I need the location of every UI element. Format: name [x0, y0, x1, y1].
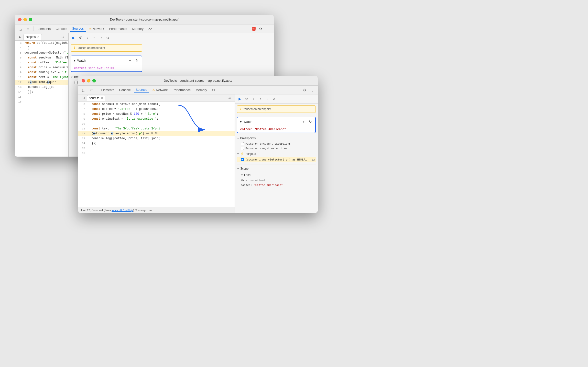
inspect-icon-2[interactable]: ⬚: [80, 87, 87, 93]
settings-icon-1[interactable]: ⚙: [257, 25, 264, 32]
breakpoint-text-2: Paused on breakpoint: [243, 107, 271, 111]
error-close-icon: ✕: [252, 27, 254, 30]
code-line-14: 14 });: [15, 90, 68, 94]
scope-coffee-key: coffee:: [241, 184, 254, 187]
more-tabs-2[interactable]: >>: [210, 87, 218, 93]
tab-memory-2[interactable]: Memory: [194, 87, 209, 93]
code-line-16: 16: [15, 99, 68, 104]
step-out-btn-1[interactable]: ↑: [91, 35, 97, 41]
breakpoints-panel-2: ▼ Breakpoints Pause on uncaught exceptio…: [237, 135, 316, 162]
tab-network-2[interactable]: ⚠ Network: [150, 87, 170, 93]
code-line-2-9: 9 const endingText = 'It is expensive.';: [78, 116, 235, 121]
step-over-btn-2[interactable]: ↺: [244, 96, 250, 102]
source-tab-script-1[interactable]: script.ts ✕: [23, 34, 42, 40]
code-line-3: 3 return coffeeList[magicNum % c: [15, 41, 68, 46]
breakpoints-title-2: Breakpoints: [240, 137, 256, 140]
refresh-watch-btn-1[interactable]: ↻: [134, 57, 140, 63]
minimize-button-1[interactable]: [23, 18, 27, 21]
code-area-2: 6 const seedNum = Math.floor(Math.random…: [78, 102, 235, 207]
tab-performance-1[interactable]: Performance: [107, 26, 129, 32]
minimize-button-2[interactable]: [87, 79, 90, 82]
code-line-2-13: 13 console.log([coffee, price, text].joi…: [78, 136, 235, 141]
more-options-icon-2[interactable]: ⋮: [309, 87, 316, 93]
tab-sources-2[interactable]: Sources: [134, 87, 149, 93]
settings-icon-2[interactable]: ⚙: [301, 87, 308, 93]
watch-header-actions-1: + ↻: [127, 57, 140, 63]
deactivate-btn-2[interactable]: ⊘: [271, 96, 277, 102]
scope-title-2: Scope: [240, 167, 249, 170]
bp-uncaught-checkbox-1[interactable]: [75, 81, 78, 84]
code-line-15: 15: [15, 94, 68, 99]
resume-btn-2[interactable]: ▶: [237, 96, 243, 102]
tab-elements-1[interactable]: Elements: [35, 26, 53, 32]
window-title-1: DevTools - consistent-source-map-pc.netl…: [110, 18, 178, 21]
tab-console-1[interactable]: Console: [54, 26, 69, 32]
code-line-7: 7 const coffee = 'Coffee ' + get: [15, 60, 68, 65]
script-bp-header[interactable]: ▼ ⚡ script.ts: [237, 151, 316, 157]
resume-btn-1[interactable]: ▶: [71, 35, 76, 41]
maximize-button-1[interactable]: [29, 18, 32, 21]
expand-icon-2[interactable]: ⇥: [226, 95, 233, 102]
code-editor-2: 6 const seedNum = Math.floor(Math.random…: [78, 102, 235, 207]
scope-arrow-2: ▼: [237, 167, 239, 170]
traffic-lights-1: [18, 18, 32, 21]
add-watch-btn-2[interactable]: +: [301, 119, 306, 125]
code-editor-1: 3 return coffeeList[magicNum % c 4 } 5 d…: [15, 41, 68, 157]
maximize-button-2[interactable]: [92, 79, 96, 82]
close-tab-icon-2[interactable]: ✕: [101, 96, 103, 100]
toggle-sidebar-icon-1[interactable]: ⊡: [17, 34, 23, 40]
scope-this-key: this:: [241, 179, 250, 182]
add-watch-btn-1[interactable]: +: [127, 57, 133, 63]
more-tabs-1[interactable]: >>: [146, 26, 154, 32]
step-btn-2[interactable]: →: [264, 96, 270, 102]
tab-network-1[interactable]: ⚠ Network: [87, 26, 106, 32]
bp-caught-checkbox-2[interactable]: [241, 147, 244, 150]
warning-icon-2: ⚠: [152, 88, 155, 92]
more-options-icon-1[interactable]: ⋮: [265, 25, 272, 32]
bp-script-text: (document.querySelector('p') as HTMLP…: [245, 158, 307, 161]
tab-performance-2[interactable]: Performance: [171, 87, 193, 93]
sep-2: [97, 88, 97, 92]
watch-item-2: coffee: "Coffee Americano": [237, 126, 315, 133]
close-button-1[interactable]: [18, 18, 22, 21]
step-into-btn-2[interactable]: ↓: [250, 96, 256, 102]
step-into-btn-1[interactable]: ↓: [84, 35, 90, 41]
warning-icon-1: ⚠: [89, 27, 92, 31]
close-button-2[interactable]: [82, 79, 85, 82]
toggle-sidebar-icon-2[interactable]: ⊡: [80, 95, 87, 102]
script-bp-label: script.ts: [246, 152, 256, 156]
breakpoints-header-2[interactable]: ▼ Breakpoints: [237, 135, 316, 141]
source-link-2[interactable]: index.a8c1ec6b.js: [112, 209, 133, 212]
step-over-btn-1[interactable]: ↺: [77, 35, 83, 41]
code-line-2-8: 8 const price = seedNum % 100 + ' Euro';: [78, 112, 235, 116]
watch-header-actions-2: + ↻: [301, 119, 313, 125]
code-line-2-16: 16: [78, 151, 235, 156]
bp-caught-label-2: Pause on caught exceptions: [245, 147, 287, 150]
tab-memory-1[interactable]: Memory: [130, 26, 145, 32]
bp-script-checkbox[interactable]: [241, 158, 244, 161]
bp-uncaught-checkbox-2[interactable]: [241, 142, 244, 145]
tab-console-2[interactable]: Console: [117, 87, 133, 93]
close-tab-icon-1[interactable]: ✕: [37, 35, 40, 39]
scope-this-value: undefined: [250, 179, 265, 182]
step-out-btn-2[interactable]: ↑: [257, 96, 263, 102]
expand-icon-1[interactable]: ⇥: [59, 34, 66, 40]
code-line-2-7: 7 const coffee = 'Coffee ' + getRandomCo…: [78, 107, 235, 112]
sep-1: [33, 26, 33, 31]
tab-sources-1[interactable]: Sources: [70, 26, 86, 32]
inspect-icon[interactable]: ⬚: [17, 25, 23, 32]
deactivate-btn-1[interactable]: ⊘: [105, 35, 111, 41]
step-btn-1[interactable]: →: [98, 35, 104, 41]
source-tab-script-2[interactable]: script.ts ✕: [87, 95, 105, 101]
scope-header-2[interactable]: ▼ Scope: [237, 165, 316, 172]
device-icon[interactable]: ▭: [24, 25, 31, 32]
bp-script-item: (document.querySelector('p') as HTMLP… 1…: [237, 157, 316, 162]
refresh-watch-btn-2[interactable]: ↻: [307, 119, 313, 125]
devtools-window-2: DevTools - consistent-source-map-pc.netl…: [78, 76, 318, 213]
tab-elements-2[interactable]: Elements: [99, 87, 116, 93]
code-line-2-10: 10: [78, 121, 235, 126]
local-header-2[interactable]: ▼ Local: [237, 172, 316, 178]
window-title-2: DevTools - consistent-source-map-pc.netl…: [164, 79, 232, 82]
source-tab-bar-2: ⊡ script.ts ✕ ⇥: [78, 94, 235, 102]
device-icon-2[interactable]: ▭: [88, 87, 95, 93]
